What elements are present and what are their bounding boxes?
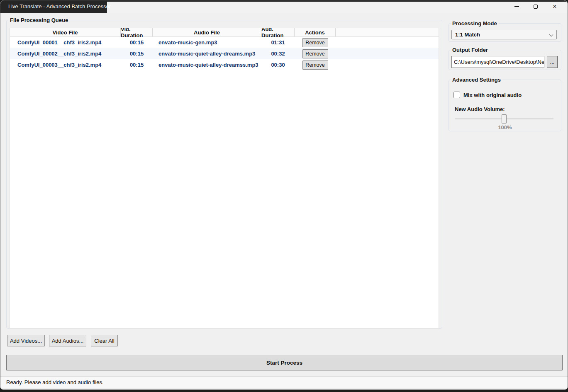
volume-label: New Audio Volume: (455, 106, 505, 112)
column-header-vid-duration[interactable]: Vid. Duration (121, 28, 153, 36)
add-videos-button[interactable]: Add Videos... (7, 335, 45, 346)
advanced-settings-label: Advanced Settings (451, 77, 502, 83)
processing-mode-dropdown[interactable]: 1:1 Match (451, 30, 557, 39)
queue-table-header: Video File Vid. Duration Audio File Aud.… (10, 28, 439, 37)
column-header-filler (336, 28, 439, 36)
column-header-actions[interactable]: Actions (295, 28, 336, 36)
advanced-settings-group: Advanced Settings Mix with original audi… (449, 77, 561, 131)
aud-duration-cell: 01:31 (261, 37, 295, 48)
app-window: Live Translate - Advanced Batch Processo… (0, 0, 568, 390)
aud-duration-cell: 00:30 (261, 59, 295, 70)
audio-file-cell: envato-music-gen.mp3 (153, 37, 261, 48)
video-file-cell: ComfyUI_00001__chf3_iris2.mp4 (10, 37, 121, 48)
mix-audio-row: Mix with original audio (453, 92, 522, 98)
file-processing-queue-group: File Processing Queue Video File Vid. Du… (6, 17, 442, 329)
title-bar: Live Translate - Advanced Batch Processo… (0, 0, 568, 13)
volume-value: 100% (449, 124, 561, 131)
vid-duration-cell: 00:15 (121, 37, 153, 48)
maximize-button[interactable] (526, 0, 545, 13)
maximize-icon (534, 5, 538, 9)
output-folder-group: Output Folder ... (449, 47, 561, 70)
add-audios-button[interactable]: Add Audios... (49, 335, 86, 346)
chevron-down-icon (549, 33, 553, 37)
audio-file-cell: envato-music-quiet-alley-dreams.mp3 (153, 48, 261, 59)
browse-folder-button[interactable]: ... (547, 56, 558, 68)
close-button[interactable]: × (545, 0, 564, 13)
start-process-button[interactable]: Start Process (6, 355, 563, 370)
vid-duration-cell: 00:15 (121, 48, 153, 59)
remove-button[interactable]: Remove (302, 38, 328, 47)
clear-all-button[interactable]: Clear All (91, 335, 118, 346)
column-header-aud-duration[interactable]: Aud. Duration (261, 28, 295, 36)
vid-duration-cell: 00:15 (121, 59, 153, 70)
queue-group-label: File Processing Queue (8, 17, 70, 23)
caption-buttons: × (507, 0, 564, 13)
column-header-audio-file[interactable]: Audio File (153, 28, 261, 36)
output-folder-input[interactable] (451, 56, 544, 68)
remove-button[interactable]: Remove (302, 49, 328, 58)
title-bar-dark-segment: Live Translate - Advanced Batch Processo… (0, 0, 107, 13)
audio-file-cell: envato-music-quiet-alley-dreamss.mp3 (153, 59, 261, 70)
column-header-video-file[interactable]: Video File (10, 28, 121, 36)
table-row[interactable]: ComfyUI_00001__chf3_iris2.mp4 00:15 enva… (10, 37, 439, 48)
remove-button[interactable]: Remove (302, 60, 328, 70)
window-title: Live Translate - Advanced Batch Processo… (8, 4, 111, 10)
table-row[interactable]: ComfyUI_00002__chf3_iris2.mp4 00:15 enva… (10, 48, 439, 59)
minimize-icon (514, 6, 519, 7)
queue-table: Video File Vid. Duration Audio File Aud.… (10, 28, 439, 329)
processing-mode-group: Processing Mode 1:1 Match (449, 20, 561, 42)
minimize-button[interactable] (507, 0, 526, 13)
video-file-cell: ComfyUI_00002__chf3_iris2.mp4 (10, 48, 121, 59)
volume-slider[interactable] (455, 114, 553, 124)
mix-audio-checkbox[interactable] (453, 92, 460, 98)
slider-thumb[interactable] (502, 114, 507, 123)
processing-mode-label: Processing Mode (451, 20, 499, 27)
mix-audio-label: Mix with original audio (463, 92, 522, 98)
output-folder-label: Output Folder (451, 47, 490, 53)
table-row[interactable]: ComfyUI_00003__chf3_iris2.mp4 00:15 enva… (10, 59, 439, 70)
processing-mode-selected-value: 1:1 Match (455, 31, 480, 38)
aud-duration-cell: 00:32 (261, 48, 295, 59)
close-icon: × (553, 3, 556, 10)
status-text: Ready. Please add video and audio files. (6, 379, 104, 385)
status-bar: Ready. Please add video and audio files. (0, 376, 568, 388)
video-file-cell: ComfyUI_00003__chf3_iris2.mp4 (10, 59, 121, 70)
